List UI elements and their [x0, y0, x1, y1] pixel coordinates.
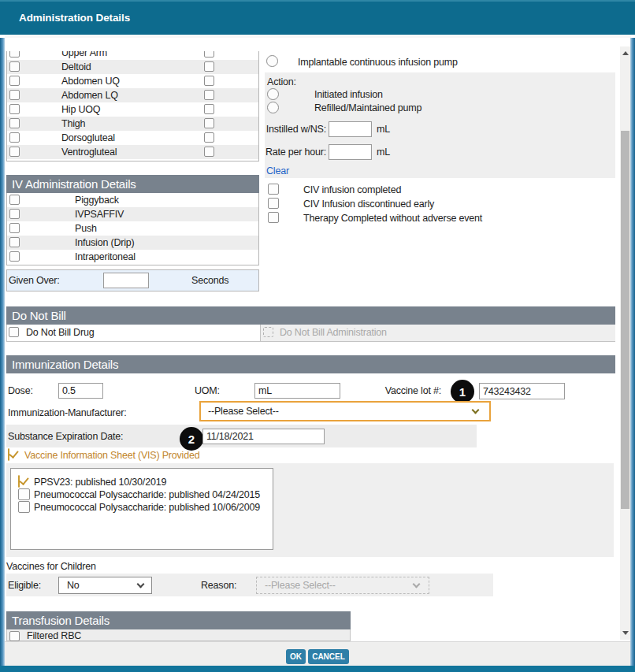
body-site-label: Ventrogluteal: [61, 147, 117, 158]
body-site-checkbox-right[interactable]: [204, 61, 214, 72]
body-site-row: Abdomen UQ: [7, 74, 258, 88]
vaccine-lot-input[interactable]: [479, 383, 565, 399]
iv-route-checkbox[interactable]: [9, 195, 20, 205]
iv-route-checkbox[interactable]: [9, 237, 20, 247]
do-not-bill-drug-label: Do Not Bill Drug: [26, 327, 94, 338]
given-over-input[interactable]: [103, 273, 149, 288]
vis-item-checkbox[interactable]: [18, 475, 20, 488]
body-site-checkbox-right[interactable]: [204, 76, 214, 86]
expiration-input[interactable]: [202, 429, 325, 444]
vis-provided-checkbox[interactable]: [8, 448, 9, 461]
body-site-row: Dorsogluteal: [7, 131, 258, 145]
dose-input[interactable]: [58, 383, 103, 399]
annotation-badge-2: 2: [180, 427, 203, 451]
dose-label: Dose:: [8, 385, 33, 396]
civ-discontinued-checkbox[interactable]: [268, 198, 279, 209]
body-site-label: Hip UOQ: [61, 104, 100, 115]
iv-route-checkbox[interactable]: [9, 223, 20, 233]
iv-route-label: Push: [75, 223, 97, 234]
body-site-checkbox-right[interactable]: [204, 90, 214, 100]
iv-route-checkbox[interactable]: [9, 251, 20, 262]
vis-item-checkbox[interactable]: [18, 488, 30, 500]
manufacturer-select[interactable]: --Please Select--: [199, 401, 491, 421]
body-site-checkbox-left[interactable]: [9, 147, 20, 157]
iv-route-row: IVPSAFFIV: [7, 207, 258, 221]
action-label: Action:: [267, 76, 296, 87]
body-sites-panel: Upper Arm Deltoid Abdomen UQ Abdomen LQ …: [6, 51, 259, 162]
initiated-infusion-radio[interactable]: [267, 88, 279, 100]
body-site-checkbox-left[interactable]: [9, 76, 20, 86]
iv-route-checkbox[interactable]: [9, 209, 20, 219]
initiated-infusion-label: Initiated infusion: [314, 89, 383, 100]
given-over-unit: Seconds: [191, 275, 228, 286]
iv-route-label: Piggyback: [75, 195, 119, 206]
body-site-checkbox-right[interactable]: [204, 118, 214, 128]
body-site-label: Upper Arm: [61, 51, 107, 58]
immunization-header: Immunization Details: [6, 355, 615, 373]
iv-route-label: Infusion (Drip): [75, 237, 135, 248]
cancel-button[interactable]: CANCEL: [308, 649, 349, 664]
instilled-input[interactable]: [329, 121, 372, 137]
body-site-checkbox-left[interactable]: [9, 104, 20, 114]
clear-link[interactable]: Clear: [266, 165, 289, 176]
therapy-completed-checkbox[interactable]: [268, 212, 279, 223]
dialog-bottom-border: [0, 666, 635, 672]
do-not-bill-drug-checkbox[interactable]: [9, 327, 19, 337]
administration-details-dialog: Administration Details Upper Arm Deltoid…: [0, 0, 635, 672]
body-site-checkbox-left[interactable]: [9, 51, 20, 58]
vis-item-checkbox[interactable]: [18, 501, 30, 513]
body-site-checkbox-left[interactable]: [9, 118, 20, 128]
filtered-rbc-checkbox[interactable]: [9, 631, 20, 641]
uom-input[interactable]: [254, 383, 340, 399]
body-site-row: Deltoid: [7, 60, 258, 74]
body-site-checkbox-left[interactable]: [9, 61, 20, 72]
annotation-badge-1: 1: [451, 380, 474, 403]
pump-action-box: Action: Initiated infusion Refilled/Main…: [265, 72, 615, 178]
rate-input[interactable]: [329, 144, 372, 160]
filtered-rbc-row: Filtered RBC: [6, 629, 351, 641]
vaccine-lot-label: Vaccine lot #:: [378, 385, 441, 396]
vis-listbox: PPSV23: published 10/30/2019 Pneumococca…: [10, 468, 273, 550]
body-site-label: Thigh: [61, 118, 85, 129]
do-not-bill-admin-cell: Do Not Bill Administration: [260, 325, 615, 341]
iv-route-row: Piggyback: [7, 193, 258, 207]
scroll-down-icon[interactable]: [620, 626, 630, 640]
scrollbar-thumb[interactable]: [621, 131, 629, 509]
dialog-title-bar: Administration Details: [0, 0, 635, 35]
ok-button[interactable]: OK: [286, 649, 306, 664]
reason-select: --Please Select--: [256, 577, 429, 594]
eligible-select[interactable]: No: [58, 577, 152, 594]
civ-completed-label: CIV infusion completed: [303, 184, 401, 195]
instilled-unit: mL: [377, 124, 390, 135]
iv-route-label: IVPSAFFIV: [75, 209, 124, 220]
implantable-pump-radio[interactable]: [266, 55, 278, 67]
given-over-row: Given Over: Seconds: [6, 269, 259, 291]
body-site-checkbox-right[interactable]: [204, 147, 214, 157]
civ-completed-checkbox[interactable]: [268, 184, 279, 195]
body-site-checkbox-right[interactable]: [204, 132, 214, 143]
therapy-completed-label: Therapy Completed without adverse event: [303, 213, 482, 224]
civ-discontinued-label: CIV Infusion discontinued early: [303, 199, 434, 210]
rate-unit: mL: [377, 147, 390, 158]
given-over-label: Given Over:: [9, 275, 60, 286]
manufacturer-value: --Please Select--: [208, 406, 279, 417]
iv-details-header: IV Administration Details: [6, 175, 259, 193]
chevron-down-icon: [137, 581, 145, 588]
dialog-footer: OK CANCEL: [0, 641, 635, 666]
manufacturer-label: Immunization-Manufacturer:: [8, 407, 126, 418]
body-site-checkbox-right[interactable]: [204, 104, 214, 114]
refilled-pump-radio[interactable]: [267, 102, 279, 113]
body-site-checkbox-right[interactable]: [204, 51, 214, 58]
vaccines-for-children-label: Vaccines for Children: [6, 561, 96, 572]
instilled-label: Instilled w/NS:: [265, 124, 326, 135]
body-site-row: Upper Arm: [7, 51, 258, 60]
body-site-checkbox-left[interactable]: [9, 132, 20, 143]
implantable-pump-label: Implantable continuous infusion pump: [298, 57, 458, 68]
body-site-checkbox-left[interactable]: [9, 90, 20, 100]
iv-route-row: Intraperitoneal: [7, 250, 258, 264]
transfusion-header: Transfusion Details: [6, 611, 351, 629]
do-not-bill-header: Do Not Bill: [6, 306, 615, 325]
eligible-value: No: [67, 580, 80, 591]
scroll-up-icon[interactable]: [620, 46, 630, 60]
iv-route-row: Infusion (Drip): [7, 236, 258, 250]
